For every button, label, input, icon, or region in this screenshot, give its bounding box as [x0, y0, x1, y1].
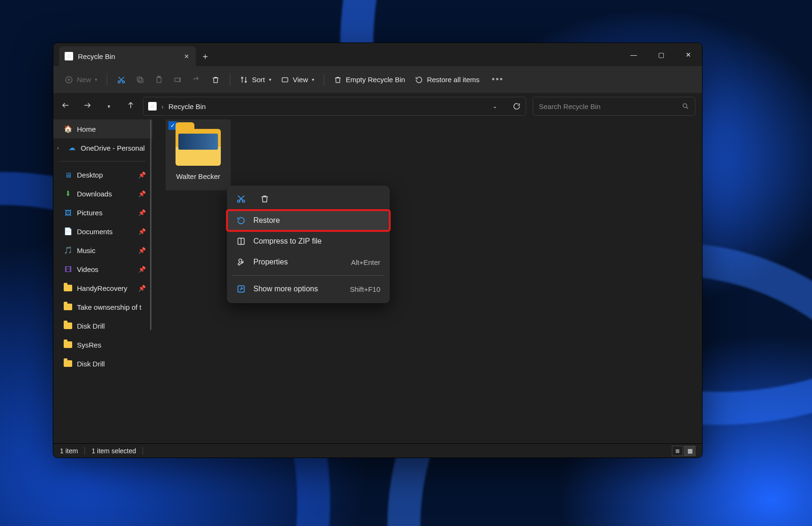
cut-icon	[236, 194, 246, 204]
recent-button[interactable]: ▾	[103, 103, 115, 110]
new-tab-button[interactable]: ＋	[196, 46, 215, 66]
pin-icon[interactable]: 📌	[138, 190, 146, 197]
refresh-icon[interactable]	[512, 102, 521, 110]
restore-all-button[interactable]: Restore all items	[410, 70, 485, 89]
status-count: 1 item	[60, 447, 78, 455]
rename-icon	[174, 76, 182, 84]
cut-button[interactable]	[112, 70, 131, 89]
view-button[interactable]: View ▾	[276, 70, 319, 89]
ellipsis-icon: •••	[492, 75, 503, 85]
tiles-view-button[interactable]: ▦	[684, 446, 695, 456]
pin-icon[interactable]: 📌	[138, 171, 146, 178]
shortcut-label: Shift+F10	[350, 285, 380, 293]
context-more-options[interactable]: Show more options Shift+F10	[227, 279, 390, 299]
back-button[interactable]	[60, 101, 71, 111]
chevron-down-icon[interactable]: ⌄	[493, 103, 497, 110]
file-label: Walter Becker	[176, 172, 220, 180]
sidebar-item-label: OneDrive - Personal	[81, 144, 145, 152]
zip-icon	[236, 237, 246, 246]
sidebar-item-label: Disk Drill	[77, 322, 105, 330]
empty-label: Empty Recycle Bin	[346, 76, 405, 84]
sidebar-item-label: Documents	[77, 228, 113, 236]
plus-circle-icon	[65, 76, 73, 84]
pin-icon[interactable]: 📌	[138, 228, 146, 235]
desktop-icon: 🖥	[64, 171, 72, 179]
sidebar-item-folder[interactable]: Disk Drill	[53, 316, 152, 335]
delete-button[interactable]	[206, 70, 225, 89]
sidebar-item-label: Music	[77, 246, 95, 255]
title-bar: ♻ Recycle Bin ✕ ＋ — ▢ ✕	[53, 43, 702, 66]
cut-icon	[117, 76, 126, 84]
file-pane[interactable]: ✓ Walter Becker Restore	[152, 119, 702, 443]
sidebar-item-label: HandyRecovery	[77, 284, 127, 292]
videos-icon: 🎞	[64, 265, 72, 273]
tab-active[interactable]: ♻ Recycle Bin ✕	[59, 46, 196, 66]
sidebar-item-documents[interactable]: 📄 Documents 📌	[53, 222, 152, 241]
pin-icon[interactable]: 📌	[138, 266, 146, 273]
expand-icon	[236, 284, 246, 294]
sort-icon	[240, 76, 248, 84]
details-view-button[interactable]: ≣	[672, 446, 683, 456]
context-restore[interactable]: Restore	[227, 210, 390, 231]
sidebar-item-downloads[interactable]: ⬇ Downloads 📌	[53, 184, 152, 203]
up-button[interactable]	[125, 101, 136, 111]
pin-icon[interactable]: 📌	[138, 285, 146, 292]
sidebar-item-onedrive[interactable]: › ☁ OneDrive - Personal	[53, 138, 152, 157]
svg-rect-4	[137, 77, 142, 81]
sidebar-item-videos[interactable]: 🎞 Videos 📌	[53, 260, 152, 279]
delete-button[interactable]	[260, 194, 269, 205]
sidebar-item-desktop[interactable]: 🖥 Desktop 📌	[53, 165, 152, 184]
sidebar-item-label: Home	[77, 125, 96, 133]
paste-button[interactable]	[150, 70, 168, 89]
sidebar-item-folder[interactable]: Take ownsership of t	[53, 297, 152, 316]
trash-icon	[334, 76, 342, 84]
svg-rect-7	[175, 78, 180, 82]
trash-icon	[211, 76, 220, 84]
recycle-bin-icon: ♻	[65, 52, 73, 60]
share-button[interactable]	[187, 70, 206, 89]
folder-icon	[176, 129, 221, 166]
rename-button[interactable]	[168, 70, 187, 89]
chevron-down-icon: ▾	[95, 77, 97, 82]
close-window-button[interactable]: ✕	[675, 43, 702, 66]
address-bar[interactable]: ♻ › Recycle Bin ⌄	[143, 97, 526, 116]
arrow-right-icon	[83, 101, 92, 110]
home-icon: 🏠	[64, 125, 72, 133]
sidebar-item-folder[interactable]: SysRes	[53, 335, 152, 354]
forward-button[interactable]	[82, 101, 93, 111]
cut-button[interactable]	[236, 194, 246, 205]
breadcrumb-sep: ›	[161, 102, 164, 110]
file-item[interactable]: ✓ Walter Becker	[166, 119, 231, 190]
folder-icon	[64, 341, 72, 348]
pin-icon[interactable]: 📌	[138, 209, 146, 216]
sidebar-item-label: SysRes	[77, 341, 101, 349]
sidebar-item-folder[interactable]: HandyRecovery 📌	[53, 279, 152, 297]
more-button[interactable]: •••	[487, 70, 508, 89]
breadcrumb[interactable]: Recycle Bin	[168, 102, 206, 110]
copy-button[interactable]	[131, 70, 150, 89]
sidebar-item-pictures[interactable]: 🖼 Pictures 📌	[53, 203, 152, 222]
search-input[interactable]	[539, 102, 682, 110]
view-label: View	[293, 76, 308, 84]
context-compress[interactable]: Compress to ZIP file	[227, 231, 390, 252]
window-controls: — ▢ ✕	[620, 43, 702, 66]
sidebar-item-label: Videos	[77, 265, 99, 273]
close-tab-icon[interactable]: ✕	[183, 53, 190, 60]
context-item-label: Show more options	[253, 285, 318, 293]
cloud-icon: ☁	[67, 144, 76, 152]
pin-icon[interactable]: 📌	[138, 247, 146, 254]
empty-recycle-bin-button[interactable]: Empty Recycle Bin	[329, 70, 410, 89]
sidebar-item-home[interactable]: 🏠 Home	[53, 119, 152, 138]
sidebar: 🏠 Home › ☁ OneDrive - Personal 🖥 Desktop…	[53, 119, 152, 443]
new-button[interactable]: New ▾	[60, 70, 102, 89]
sort-label: Sort	[252, 76, 265, 84]
maximize-button[interactable]: ▢	[647, 43, 675, 66]
sidebar-item-label: Pictures	[77, 209, 102, 217]
chevron-right-icon[interactable]: ›	[57, 145, 63, 151]
sidebar-item-folder[interactable]: Disk Drill	[53, 354, 152, 373]
context-properties[interactable]: Properties Alt+Enter	[227, 252, 390, 272]
sidebar-item-music[interactable]: 🎵 Music 📌	[53, 241, 152, 260]
minimize-button[interactable]: —	[620, 43, 647, 66]
search-box[interactable]	[533, 97, 695, 116]
sort-button[interactable]: Sort ▾	[235, 70, 276, 89]
